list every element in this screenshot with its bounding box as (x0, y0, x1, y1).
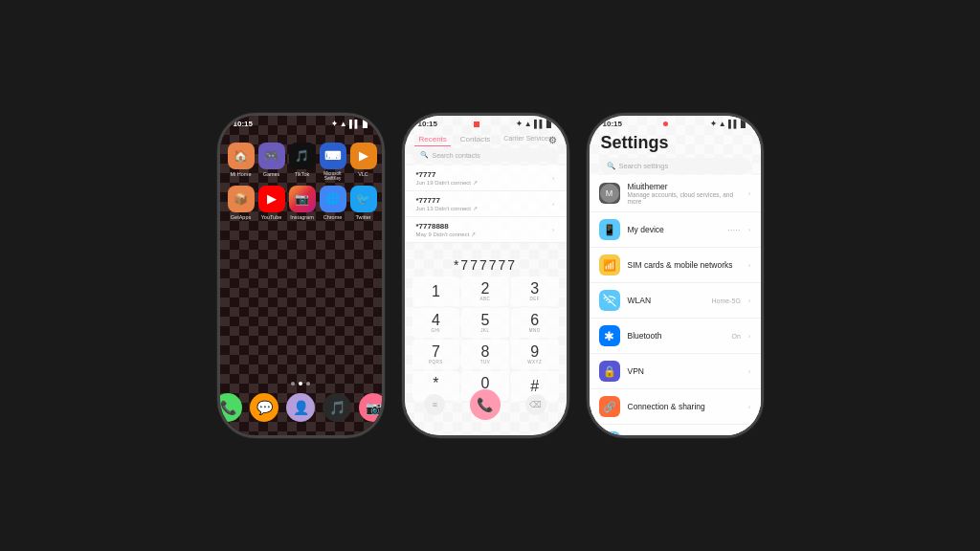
settings-item-sim[interactable]: 📶 SIM cards & mobile networks › (590, 248, 761, 283)
tiktok-icon: 🎵 (289, 143, 316, 169)
status-icons-1: ✦ ▲ ▌▌ ▊ (331, 120, 368, 128)
wallpaper-icon: 🖼 (599, 431, 620, 435)
call-detail-1: Jun 19 Didn't connect ↗ (416, 179, 552, 186)
settings-search[interactable]: 🔍 Search settings (599, 158, 751, 174)
call-item-3[interactable]: *7778888 May 9 Didn't connect ↗ › (405, 217, 567, 243)
dial-2[interactable]: 2 ABC (461, 276, 509, 306)
settings-item-mydevice[interactable]: 📱 My device ····· › (590, 212, 761, 248)
wlan-chevron: › (748, 297, 751, 305)
settings-item-connection[interactable]: 🔗 Connection & sharing › (590, 389, 761, 425)
dial-4[interactable]: 4 GHI (412, 308, 460, 338)
app-games[interactable]: 🎮 Games (258, 143, 285, 182)
mihome-icon: 🏠 (228, 143, 255, 169)
sim-title: SIM cards & mobile networks (628, 260, 741, 270)
mydevice-chevron: › (748, 226, 751, 234)
getapps-icon: 📦 (228, 186, 255, 212)
settings-icon-dialer[interactable]: ⚙ (548, 135, 557, 145)
call-number-3: *7778888 (416, 222, 552, 231)
twitter-icon: 🐦 (350, 186, 377, 212)
call-detail-3: May 9 Didn't connect ↗ (416, 231, 552, 237)
dial-1[interactable]: 1 (412, 276, 460, 306)
app-chrome[interactable]: 🌐 Chrome (320, 186, 346, 221)
call-arrow-1: › (552, 174, 555, 183)
recent-calls: *7777 Jun 19 Didn't connect ↗ › *77777 J… (405, 165, 567, 243)
dial-9[interactable]: 9 WXYZ (511, 340, 559, 369)
settings-list: M Miuithemer Manage accounts, cloud serv… (590, 175, 761, 435)
connection-icon: 🔗 (599, 396, 620, 417)
twitter-label: Twitter (355, 214, 370, 221)
bluetooth-chevron: › (748, 332, 751, 341)
dialpad: 1 2 ABC 3 DEF 4 GHI 5 JKL 6 MNO (412, 276, 559, 401)
typed-number: *777777 (405, 257, 567, 273)
status-bar-1: 10:15 ✦ ▲ ▌▌ ▊ (220, 116, 382, 130)
search-placeholder-settings: Search settings (619, 162, 669, 170)
page-dots (291, 382, 310, 386)
swiftkey-label: Microsoft SwiftKey (320, 171, 346, 182)
status-bar-3: 10:15 ✦ ▲ ▌▌ ▊ (590, 116, 761, 130)
settings-item-wlan[interactable]: WLAN Home-5G › (590, 283, 761, 319)
dock-contacts[interactable]: 👤 (286, 393, 315, 422)
call-button[interactable]: 📞 (470, 389, 501, 420)
vlc-label: VLC (358, 171, 368, 178)
call-item-1[interactable]: *7777 Jun 19 Didn't connect ↗ › (405, 165, 567, 191)
dock-phone[interactable]: 📞 (220, 393, 243, 422)
vpn-icon: 🔒 (599, 361, 620, 382)
app-tiktok[interactable]: 🎵 TikTok (289, 143, 316, 182)
time-3: 10:15 (603, 120, 622, 128)
settings-item-bluetooth[interactable]: ✱ Bluetooth On › (590, 319, 761, 354)
app-instagram[interactable]: 📷 Instagram (289, 186, 316, 221)
call-number-2: *77777 (416, 196, 552, 205)
phone-1: 10:15 ✦ ▲ ▌▌ ▊ 🏠 Mi Home 🎮 Games 🎵 TikTo… (217, 113, 385, 438)
phone-3: 10:15 ✦ ▲ ▌▌ ▊ Settings 🔍 Search setting… (587, 113, 764, 438)
call-detail-2: Jun 13 Didn't connect ↗ (416, 205, 552, 211)
bluetooth-value: On (731, 333, 740, 340)
call-arrow-2: › (552, 200, 555, 209)
search-bar-dialer[interactable]: 🔍 Search contacts (412, 148, 559, 162)
mydevice-icon: 📱 (599, 219, 620, 240)
miuithemer-sub: Manage accounts, cloud services, and mor… (628, 191, 741, 205)
app-getapps[interactable]: 📦 GetApps (228, 186, 255, 221)
tab-contacts[interactable]: Contacts (457, 133, 495, 146)
connection-title: Connection & sharing (628, 402, 741, 411)
settings-item-vpn[interactable]: 🔒 VPN › (590, 354, 761, 389)
youtube-icon: ▶ (258, 186, 285, 212)
dock-music[interactable]: 🎵 (323, 393, 351, 422)
mydevice-value: ····· (727, 225, 741, 235)
status-bar-2: 10:15 ✦ ▲ ▌▌ ▊ (405, 116, 567, 130)
mihome-label: Mi Home (230, 171, 251, 178)
mydevice-title: My device (628, 225, 720, 234)
app-mihome[interactable]: 🏠 Mi Home (228, 143, 255, 182)
dock-messages[interactable]: 💬 (250, 393, 278, 422)
settings-item-miuithemer[interactable]: M Miuithemer Manage accounts, cloud serv… (590, 175, 761, 212)
dial-5[interactable]: 5 JKL (461, 308, 509, 338)
sim-icon: 📶 (599, 254, 620, 276)
delete-button[interactable]: ⌫ (525, 394, 546, 415)
time-2: 10:15 (418, 120, 437, 128)
wlan-title: WLAN (628, 296, 704, 305)
dialer-bottom: ≡ 📞 ⌫ (412, 389, 559, 420)
voicemail-button[interactable]: ≡ (424, 394, 445, 415)
wlan-value: Home-5G (711, 298, 740, 304)
bluetooth-title: Bluetooth (628, 331, 724, 341)
miuithemer-chevron: › (748, 189, 751, 198)
dot-2 (299, 382, 302, 386)
settings-title: Settings (601, 133, 669, 153)
app-vlc[interactable]: ▶ VLC (350, 143, 377, 182)
tab-recents[interactable]: Recents (414, 133, 450, 146)
youtube-label: YouTube (261, 214, 282, 221)
app-swiftkey[interactable]: ⌨ Microsoft SwiftKey (320, 143, 346, 182)
settings-item-wallpaper[interactable]: 🖼 Wallpaper & personalization › (590, 425, 761, 435)
wlan-icon (599, 290, 620, 311)
instagram-icon: 📷 (289, 186, 316, 212)
dial-6[interactable]: 6 MNO (511, 308, 559, 338)
dial-3[interactable]: 3 DEF (511, 276, 559, 306)
call-item-2[interactable]: *77777 Jun 13 Didn't connect ↗ › (405, 191, 567, 217)
dial-8[interactable]: 8 TUV (461, 340, 509, 369)
dial-7[interactable]: 7 PQRS (412, 340, 460, 369)
dock-camera[interactable]: 📷 (359, 393, 382, 422)
search-icon-settings: 🔍 (607, 162, 615, 170)
connection-chevron: › (748, 403, 751, 411)
app-youtube[interactable]: ▶ YouTube (258, 186, 285, 221)
app-twitter[interactable]: 🐦 Twitter (350, 186, 377, 221)
miuithemer-icon: M (599, 183, 620, 204)
